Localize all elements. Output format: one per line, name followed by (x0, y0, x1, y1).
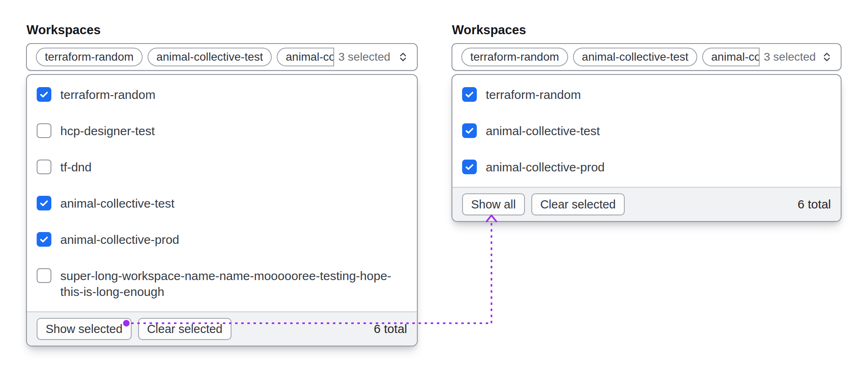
workspace-option-row[interactable]: animal-collective-test (37, 185, 407, 221)
selected-workspace-tag: animal-collective-test (573, 48, 697, 66)
workspace-option-row[interactable]: super-long-workspace-name-name-moooooree… (37, 258, 407, 310)
multiselect-trigger[interactable]: terraform-random animal-collective-test … (26, 43, 418, 71)
selected-workspace-tag: terraform-random (461, 48, 568, 66)
selected-tags: terraform-random animal-collective-test (36, 48, 272, 66)
workspace-option-row[interactable]: hcp-designer-test (37, 113, 407, 149)
checkbox[interactable] (37, 87, 51, 102)
selected-count-label: 3 selected (764, 50, 816, 64)
selected-workspace-tag-clipped: animal-collective-prod (702, 48, 760, 66)
check-icon (39, 89, 49, 100)
workspace-option-label: super-long-workspace-name-name-moooooree… (60, 268, 407, 300)
check-icon (464, 89, 475, 100)
checkbox[interactable] (462, 123, 477, 138)
workspace-option-label: animal-collective-prod (60, 232, 179, 248)
selected-workspace-tag: animal-collective-test (148, 48, 272, 66)
workspace-option-row[interactable]: animal-collective-prod (37, 221, 407, 258)
unfold-chevrons-icon (821, 50, 833, 64)
listbox-dropdown: terraform-random animal-collective-test … (452, 74, 842, 222)
checkbox[interactable] (37, 196, 51, 210)
workspace-option-row[interactable]: tf-dnd (37, 149, 407, 185)
selected-workspace-tag-clipped: animal-collective-prod (277, 48, 334, 66)
workspace-option-row[interactable]: terraform-random (37, 77, 407, 113)
checkbox[interactable] (37, 160, 51, 174)
selected-workspace-tag: terraform-random (36, 48, 143, 66)
check-icon (464, 125, 475, 136)
workspace-option-row[interactable]: animal-collective-test (462, 113, 831, 149)
checkbox[interactable] (37, 268, 51, 283)
multiselect-demo-page: Workspaces terraform-random animal-colle… (0, 0, 868, 368)
total-count: 6 total (798, 197, 831, 211)
show-selected-button[interactable]: Show selected (37, 318, 132, 340)
check-icon (39, 234, 49, 245)
clipped-tag-wrapper: animal-collective-prod (702, 48, 760, 66)
workspace-options-list: terraform-random animal-collective-test … (452, 75, 841, 187)
workspace-option-label: tf-dnd (60, 159, 92, 175)
workspace-option-label: animal-collective-prod (486, 159, 605, 175)
listbox-footer: Show all Clear selected 6 total (452, 187, 841, 221)
clear-selected-button[interactable]: Clear selected (138, 318, 231, 340)
total-count: 6 total (374, 322, 407, 336)
workspace-option-row[interactable]: animal-collective-prod (462, 149, 831, 185)
checkbox[interactable] (462, 160, 477, 174)
checkbox[interactable] (37, 123, 51, 138)
listbox-footer: Show selected Clear selected 6 total (27, 311, 417, 346)
workspace-option-label: terraform-random (486, 87, 581, 103)
workspace-options-list: terraform-random hcp-designer-test tf-dn… (27, 75, 417, 311)
selected-tags: terraform-random animal-collective-test (461, 48, 697, 66)
show-all-button[interactable]: Show all (462, 193, 525, 215)
multiselect-trigger[interactable]: terraform-random animal-collective-test … (452, 43, 842, 71)
unfold-chevrons-icon (397, 50, 409, 64)
workspace-option-row[interactable]: terraform-random (462, 77, 831, 113)
workspace-option-label: terraform-random (60, 87, 155, 103)
field-label: Workspaces (26, 23, 101, 37)
workspace-option-label: animal-collective-test (60, 195, 174, 211)
selected-count-label: 3 selected (338, 50, 390, 64)
workspace-option-label: hcp-designer-test (60, 123, 155, 139)
workspace-option-label: animal-collective-test (486, 123, 600, 139)
checkbox[interactable] (37, 232, 51, 247)
check-icon (464, 162, 475, 172)
clear-selected-button[interactable]: Clear selected (531, 193, 625, 215)
listbox-dropdown: terraform-random hcp-designer-test tf-dn… (26, 74, 418, 346)
field-label: Workspaces (452, 23, 526, 37)
clipped-tag-wrapper: animal-collective-prod (277, 48, 334, 66)
checkbox[interactable] (462, 87, 477, 102)
check-icon (39, 198, 49, 208)
